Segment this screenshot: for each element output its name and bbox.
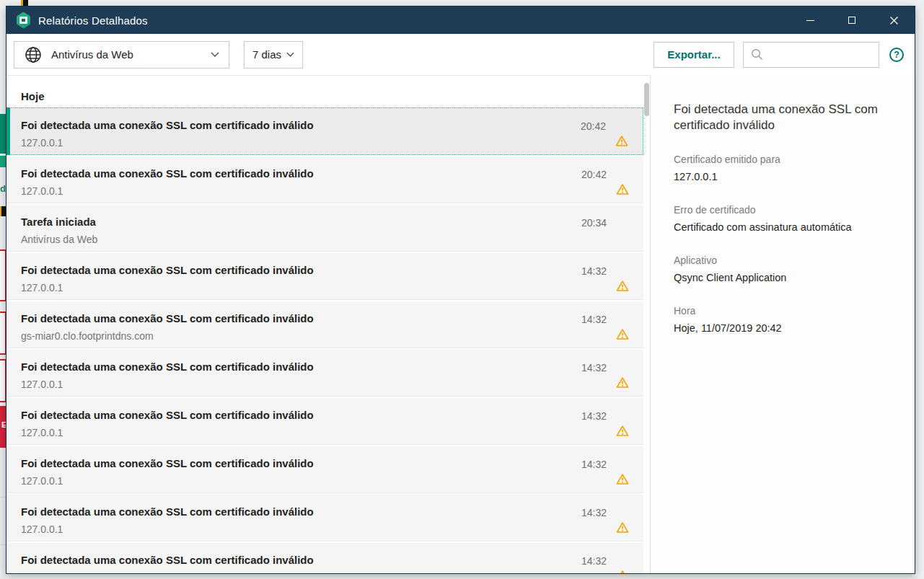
report-time: 14:32 [581,408,607,423]
detail-field-label: Erro de certificado [674,203,886,216]
background-window-fragment [21,0,28,6]
category-filter-value: Antivírus da Web [51,48,133,61]
report-title: Foi detectada uma conexão SSL com certif… [21,311,314,326]
filter-toolbar: Antivírus da Web 7 dias Exportar... ? [6,34,915,75]
reports-window: Relatórios Detalhados Antivírus da Web [6,6,915,574]
kaspersky-app-icon [16,12,31,29]
detail-field: Certificado emitido para 127.0.0.1 [674,153,886,184]
detail-field-label: Aplicativo [674,254,886,267]
report-title: Foi detectada uma conexão SSL com certif… [21,408,314,423]
report-time: 14:32 [581,456,607,472]
warning-icon [616,570,629,573]
report-subtitle: 127.0.0.1 [21,523,314,536]
period-filter-value: 7 dias [252,48,281,61]
globe-icon [24,45,43,64]
maximize-button[interactable] [831,6,873,34]
title-bar[interactable]: Relatórios Detalhados [6,6,915,34]
report-subtitle: 127.0.0.1 [21,136,314,150]
report-title: Foi detectada uma conexão SSL com certif… [21,553,314,567]
report-subtitle: 127.0.0.1 [21,474,314,488]
report-list-panel: Hoje Foi detectada uma conexão SSL com c… [6,75,650,573]
report-time: 14:32 [581,505,607,520]
list-item[interactable]: Foi detectada uma conexão SSL com certif… [6,156,643,203]
report-title: Tarefa iniciada [21,215,97,229]
close-icon [889,16,899,25]
warning-icon [616,328,629,340]
search-icon [751,48,763,61]
help-button[interactable]: ? [889,48,904,62]
chevron-down-icon [211,52,219,57]
report-title: Foi detectada uma conexão SSL com certif… [21,167,314,181]
background-divider-fragment [0,497,6,498]
background-green-fragment [0,114,6,154]
warning-icon [616,280,629,292]
report-subtitle: gs-miar0.clo.footprintdns.com [21,330,314,343]
detail-field-value: Qsync Client Application [674,271,886,285]
background-window-fragment [0,450,6,579]
report-time: 14:32 [581,311,607,327]
warning-icon [616,183,629,195]
maximize-icon [848,17,855,24]
export-button[interactable]: Exportar... [654,42,734,68]
report-time: 20:42 [581,167,607,182]
detail-field: Aplicativo Qsync Client Application [674,254,886,285]
minimize-icon [806,20,814,21]
report-subtitle: Antivírus da Web [21,233,97,247]
detail-fields: Certificado emitido para 127.0.0.1 Erro … [674,153,886,335]
report-subtitle: 127.0.0.1 [21,378,314,392]
report-title: Foi detectada uma conexão SSL com certif… [21,118,314,133]
detail-field: Hora Hoje, 11/07/2019 20:42 [674,304,886,335]
report-title: Foi detectada uma conexão SSL com certif… [21,263,314,278]
close-button[interactable] [873,6,915,34]
scrollbar-thumb[interactable] [644,83,649,116]
report-time: 20:34 [581,215,607,230]
detail-title: Foi detectada uma conexão SSL com certif… [674,102,886,133]
report-subtitle: 127.0.0.1 [21,426,314,440]
detail-panel: Foi detectada uma conexão SSL com certif… [650,75,915,573]
list-item[interactable]: Foi detectada uma conexão SSL com certif… [6,301,643,348]
detail-field-label: Certificado emitido para [674,153,886,166]
warning-icon [616,425,629,437]
report-list: Foi detectada uma conexão SSL com certif… [6,107,643,573]
detail-field-value: 127.0.0.1 [674,170,886,184]
chevron-down-icon [286,52,294,57]
list-item[interactable]: Foi detectada uma conexão SSL com certif… [6,446,643,493]
report-time: 14:32 [581,553,607,568]
report-subtitle: 127.0.0.1 [21,185,314,198]
warning-icon [616,473,629,485]
window-title: Relatórios Detalhados [38,14,148,27]
report-time: 14:32 [581,263,607,278]
background-green-fragment [0,156,6,167]
minimize-button[interactable] [789,6,831,34]
search-box[interactable] [743,42,879,68]
warning-icon [616,521,629,534]
report-title: Foi detectada uma conexão SSL com certif… [21,505,314,519]
list-item[interactable]: Foi detectada uma conexão SSL com certif… [6,107,643,155]
list-group-header: Hoje [6,76,643,107]
warning-icon [616,376,629,389]
detail-field-value: Hoje, 11/07/2019 20:42 [674,322,886,335]
detail-field-value: Certificado com assinatura automática [674,221,886,234]
report-title: Foi detectada uma conexão SSL com certif… [21,456,314,471]
list-item[interactable]: Foi detectada uma conexão SSL com certif… [6,495,643,542]
scrollbar-track[interactable] [643,76,650,573]
list-item[interactable]: Foi detectada uma conexão SSL com certif… [6,253,643,300]
report-time: 14:32 [581,360,607,375]
list-item[interactable]: Foi detectada uma conexão SSL com certif… [6,543,643,573]
search-input[interactable] [770,49,871,61]
warning-icon [615,135,628,147]
detail-field-label: Hora [674,304,886,317]
list-item[interactable]: Foi detectada uma conexão SSL com certif… [6,350,643,397]
report-subtitle: 127.0.0.1 [21,281,314,295]
category-filter-dropdown[interactable]: Antivírus da Web [14,41,229,68]
background-divider-fragment [0,544,6,545]
report-title: Foi detectada uma conexão SSL com certif… [21,360,314,374]
list-item[interactable]: Tarefa iniciada Antivírus da Web 20:34 [6,205,643,252]
list-item[interactable]: Foi detectada uma conexão SSL com certif… [6,398,643,445]
detail-field: Erro de certificado Certificado com assi… [674,203,886,234]
report-time: 20:42 [581,118,606,133]
period-filter-dropdown[interactable]: 7 dias [244,41,303,68]
